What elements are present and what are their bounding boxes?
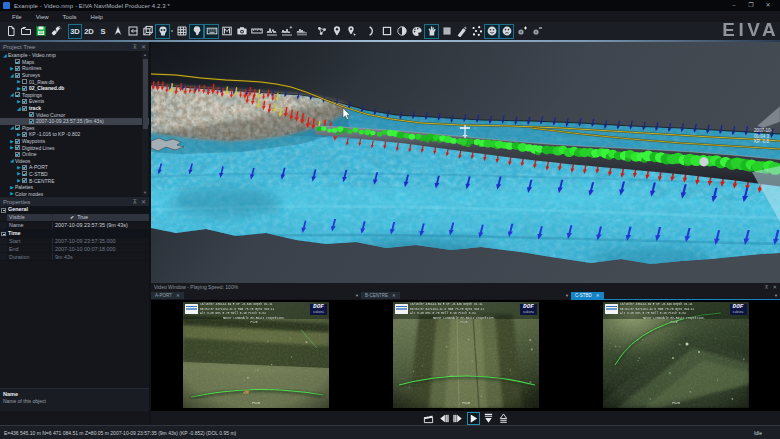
- jump-up-button[interactable]: [497, 412, 510, 425]
- scroll-down-icon[interactable]: ▼: [142, 190, 148, 196]
- step-back-button[interactable]: [437, 412, 450, 425]
- collapse-box-icon[interactable]: [1, 208, 6, 213]
- property-value[interactable]: ✔True: [53, 214, 88, 220]
- tree-item-videos[interactable]: ◢Videos: [0, 158, 149, 165]
- property-value[interactable]: 9m 43s: [53, 254, 73, 260]
- point-add-button[interactable]: [514, 24, 529, 39]
- property-group-time[interactable]: Time: [0, 230, 149, 238]
- checkbox[interactable]: [22, 99, 27, 104]
- video-screen[interactable]: DOFsubsea16/10/07 436144.89 E KP -0.846 …: [571, 300, 780, 412]
- tree-item-palettes[interactable]: ▶Palettes: [0, 184, 149, 191]
- view-2d-button[interactable]: 2D: [82, 24, 96, 39]
- property-value[interactable]: 2007-10-09 23:57:35.000: [53, 238, 116, 244]
- viewport-3d[interactable]: 2007-10- 00:04:3 KP -0.8: [151, 42, 780, 283]
- shaded-model-button[interactable]: [155, 24, 170, 39]
- checkbox[interactable]: [15, 66, 20, 71]
- pin-icon[interactable]: ⊼: [764, 284, 768, 290]
- property-row-start[interactable]: Start2007-10-09 23:57:35.000: [0, 238, 149, 246]
- tree-item-online[interactable]: Online: [0, 151, 149, 158]
- tree-item-c-stbd[interactable]: ▶C-STBD: [0, 171, 149, 178]
- close-icon[interactable]: ✕: [772, 284, 777, 290]
- import-data-button[interactable]: [125, 24, 140, 39]
- view-3d-button[interactable]: 3D: [68, 24, 82, 39]
- new-document-button[interactable]: [3, 24, 18, 39]
- menu-file[interactable]: File: [5, 14, 29, 20]
- checkbox[interactable]: [15, 145, 20, 150]
- connect-button[interactable]: [48, 24, 63, 39]
- grid-button[interactable]: [174, 24, 189, 39]
- checkbox[interactable]: [22, 79, 27, 84]
- checkbox[interactable]: [15, 92, 20, 97]
- tree-item-waypoints[interactable]: ▶Waypoints: [0, 138, 149, 145]
- collapse-box-icon[interactable]: [1, 232, 6, 237]
- smooth-accept-button[interactable]: [484, 24, 499, 39]
- play-button[interactable]: [467, 412, 480, 425]
- contrast-button[interactable]: [394, 24, 409, 39]
- profile-multi-button[interactable]: [279, 24, 294, 39]
- tree-item-events[interactable]: ▶Events: [0, 98, 149, 105]
- tree-item-02-cleaned-db[interactable]: ▶02_Cleaned.db: [0, 85, 149, 92]
- pin-icon[interactable]: ⊼: [133, 44, 137, 50]
- hand-select-button[interactable]: [424, 24, 439, 39]
- paint-cells-button[interactable]: [454, 24, 469, 39]
- scroll-thumb[interactable]: [143, 59, 148, 129]
- checkbox[interactable]: [15, 139, 20, 144]
- close-icon[interactable]: ✕: [141, 44, 146, 50]
- tree-item-01-raw-db[interactable]: ▶01_Raw.db: [0, 78, 149, 85]
- geodesy-button[interactable]: [189, 24, 204, 39]
- model-overlay-button[interactable]: [219, 24, 234, 39]
- open-project-button[interactable]: [18, 24, 33, 39]
- tree-item-b-centre[interactable]: ▶B-CENTRE: [0, 177, 149, 184]
- checkbox[interactable]: [15, 73, 20, 78]
- checkbox[interactable]: [15, 152, 20, 157]
- palette-tool-button[interactable]: [409, 24, 424, 39]
- tree-item-example-video-nmp[interactable]: ◢Example - Video.nmp: [0, 52, 149, 59]
- pointer-mode-button[interactable]: [110, 24, 125, 39]
- tree-item-runlines[interactable]: ▶Runlines: [0, 65, 149, 72]
- checkbox[interactable]: [22, 165, 27, 170]
- tree-item-track[interactable]: ◢track: [0, 105, 149, 112]
- property-row-name[interactable]: Name2007-10-09 23:57:35 (9m 43s): [0, 222, 149, 230]
- video-tab-c-stbd[interactable]: C-STBD✕: [571, 292, 604, 299]
- jump-down-button[interactable]: [482, 412, 495, 425]
- network-nodes-button[interactable]: [314, 24, 329, 39]
- tree-item-maps[interactable]: Maps: [0, 59, 149, 66]
- measure-button[interactable]: [249, 24, 264, 39]
- close-button[interactable]: ✕: [764, 2, 772, 9]
- matrix-button[interactable]: [204, 24, 219, 39]
- tree-item-video-cursor[interactable]: Video Cursor: [0, 111, 149, 118]
- restore-button[interactable]: ❐: [747, 2, 755, 9]
- rect-select-button[interactable]: [379, 24, 394, 39]
- close-tab-icon[interactable]: ✕: [176, 293, 180, 298]
- menu-help[interactable]: Help: [84, 14, 110, 20]
- save-button[interactable]: [33, 24, 48, 39]
- tree-item-surveys[interactable]: ◢Surveys: [0, 72, 149, 79]
- tab-list-dropdown-icon[interactable]: ▼: [565, 293, 569, 298]
- menu-view[interactable]: View: [29, 14, 56, 20]
- video-tab-a-port[interactable]: A-PORT✕: [151, 292, 184, 299]
- property-row-end[interactable]: End2007-10-10 00:07:18.000: [0, 245, 149, 253]
- scatter-points-button[interactable]: [469, 24, 484, 39]
- fill-area-button[interactable]: [439, 24, 454, 39]
- smooth-reject-button[interactable]: [499, 24, 514, 39]
- waypoint-move-button[interactable]: [344, 24, 359, 39]
- profile-long-button[interactable]: [294, 24, 309, 39]
- tree-item-2007-10-09-23-57-35-9m-43s[interactable]: 2007-10-09 23:57:35 (9m 43s): [0, 118, 149, 125]
- video-screen[interactable]: DOFsubsea16/10/07 436144.89 E KP -0.846 …: [151, 300, 361, 412]
- checkbox[interactable]: [22, 86, 27, 91]
- checkbox[interactable]: [22, 132, 27, 137]
- checkbox[interactable]: [29, 119, 34, 124]
- point-remove-button[interactable]: [529, 24, 544, 39]
- scroll-up-icon[interactable]: ▲: [142, 52, 148, 58]
- tree-item-kp-1-016-to-kp-0-802[interactable]: ▶KP -1.016 to KP -0.802: [0, 131, 149, 138]
- tree-item-a-port[interactable]: ▶A-PORT: [0, 164, 149, 171]
- checkbox[interactable]: [22, 178, 27, 183]
- property-group-general[interactable]: General: [0, 206, 149, 214]
- checkbox[interactable]: [15, 125, 20, 130]
- menu-tools[interactable]: Tools: [56, 14, 84, 20]
- property-value[interactable]: 2007-10-10 00:07:18.000: [53, 246, 116, 252]
- close-tab-icon[interactable]: ✕: [392, 293, 396, 298]
- tree-item-pipes[interactable]: ◢Pipes: [0, 125, 149, 132]
- view-s-button[interactable]: S: [96, 24, 110, 39]
- minimize-button[interactable]: –: [730, 2, 738, 9]
